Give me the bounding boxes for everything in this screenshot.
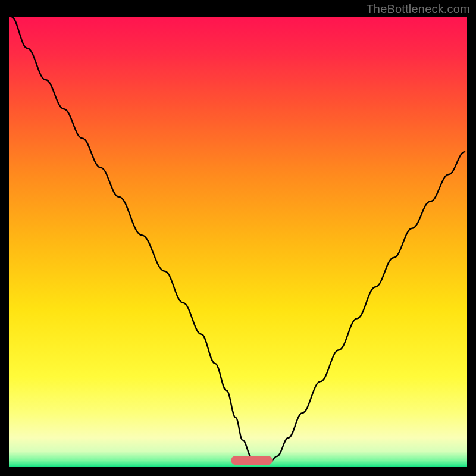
gradient-background — [9, 17, 467, 467]
watermark-text: TheBottleneck.com — [366, 2, 470, 16]
plot-area — [9, 17, 467, 467]
chart-frame: TheBottleneck.com — [0, 0, 476, 476]
optimal-marker — [231, 456, 272, 465]
bottleneck-chart — [9, 17, 467, 467]
